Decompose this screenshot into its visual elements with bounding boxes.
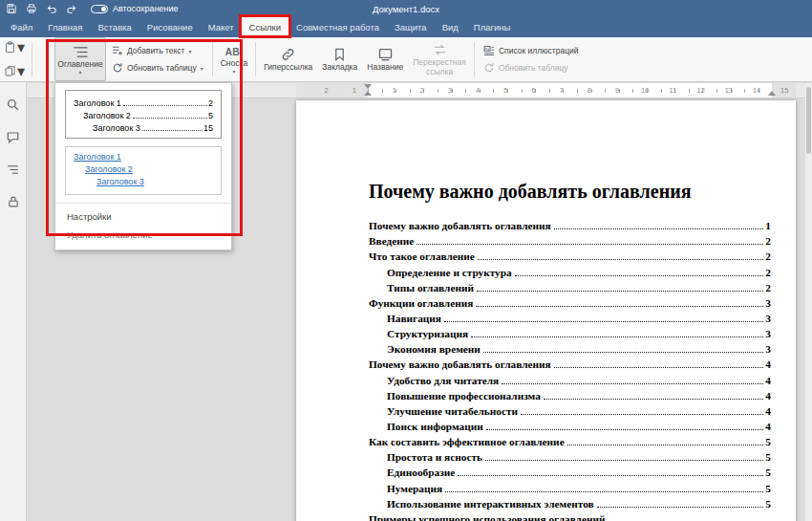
refresh-icon — [483, 62, 495, 74]
ribbon-tab[interactable]: Вид — [435, 17, 466, 37]
scrollbar-thumb[interactable] — [806, 87, 811, 154]
toc-preview-label: Заголовок 2 — [83, 111, 131, 120]
refresh-figures-table-button[interactable]: Обновить таблицу — [483, 62, 579, 74]
caret-down-icon: ▾ — [17, 38, 25, 56]
autosave-label: Автосохранение — [113, 4, 179, 13]
toc-entry[interactable]: Типы оглавлений 2 — [369, 278, 771, 293]
toc-entry[interactable]: Структуризация 3 — [369, 324, 771, 339]
vertical-scrollbar[interactable] — [805, 83, 812, 521]
toc-entry[interactable]: Почему важно добавлять оглавления 4 — [369, 355, 771, 370]
toc-preview-row: Заголовок 3 15 — [74, 120, 213, 133]
toc-entry[interactable]: Почему важно добавлять оглавления 1 — [369, 216, 771, 231]
toc-entry[interactable]: Удобство для читателя 4 — [369, 370, 771, 385]
toc-page-number: 3 — [765, 313, 771, 324]
bookmark-button[interactable]: Закладка — [317, 37, 362, 81]
refresh-table-label: Обновить таблицу — [127, 63, 197, 73]
toc-dot-leader — [483, 352, 763, 353]
ribbon-tab[interactable]: Вставка — [91, 17, 139, 37]
ribbon-tab[interactable]: Плагины — [466, 17, 519, 37]
ribbon-separator — [212, 42, 213, 76]
toc-entry[interactable]: Навигация 3 — [369, 309, 771, 324]
toc-dot-leader — [567, 445, 764, 445]
save-icon[interactable] — [6, 3, 17, 14]
ribbon-tab[interactable]: Главная — [40, 17, 90, 37]
toc-remove-item[interactable]: Удалить оглавление — [55, 226, 231, 244]
toc-preview-page: 2 — [208, 98, 213, 108]
toc-entry[interactable]: Единообразие 5 — [369, 463, 771, 478]
navigation-headings-icon[interactable] — [3, 159, 24, 180]
ribbon-tab[interactable]: Ссылки — [242, 17, 288, 37]
toc-style-option-classic[interactable]: Заголовок 1 2 Заголовок 2 5 Заголовок 3 … — [65, 90, 222, 139]
refresh-table-button[interactable]: Обновить таблицу ▾ — [112, 62, 203, 74]
toc-entry[interactable]: Примеры успешного использования оглавлен… — [369, 510, 771, 521]
hyperlink-button[interactable]: Гиперссылка — [259, 37, 317, 81]
search-icon[interactable] — [3, 94, 24, 115]
toc-style-option-links[interactable]: Заголовок 1 Заголовок 2 Заголовок 3 — [65, 146, 222, 195]
ribbon-tab[interactable]: Совместная работа — [288, 17, 387, 37]
left-indent-marker[interactable] — [364, 91, 372, 96]
toc-entry[interactable]: Поиск информации 4 — [369, 417, 771, 432]
toc-preview-dot-leader — [133, 118, 207, 119]
toc-entry[interactable]: Экономия времени 3 — [369, 339, 771, 355]
toc-entry[interactable]: Простота и ясность 5 — [369, 447, 771, 463]
ruler-number: 8 — [575, 85, 603, 96]
refresh-icon — [112, 62, 123, 74]
ribbon-separator — [32, 42, 32, 76]
toc-settings-item[interactable]: Настройки — [55, 207, 231, 226]
ribbon-tab-label: Главная — [48, 22, 82, 33]
toc-dot-leader — [458, 475, 763, 476]
caption-button[interactable]: Название — [362, 37, 408, 81]
toc-entry-text: Определение и структура — [387, 267, 512, 278]
cross-reference-icon — [432, 42, 448, 57]
ruler-number: 11 — [659, 85, 687, 96]
add-text-icon — [112, 45, 123, 56]
undo-icon[interactable] — [46, 3, 57, 14]
ribbon-tab[interactable]: Файл — [3, 17, 40, 37]
toc-entry[interactable]: Функции оглавления 3 — [369, 293, 771, 309]
cross-reference-button[interactable]: Перекрестнаяссылка — [408, 37, 471, 81]
toc-entry-text: Простота и ясность — [387, 451, 482, 463]
toc-entry[interactable]: Нумерация 5 — [369, 478, 771, 493]
toc-page-number: 4 — [765, 421, 771, 432]
toc-entry[interactable]: Улучшение читабельности 4 — [369, 402, 771, 417]
first-line-indent-marker[interactable] — [364, 84, 372, 89]
redo-icon[interactable] — [66, 3, 77, 14]
clipboard-group: ▾ ▾ — [0, 37, 29, 81]
dropdown-divider — [55, 203, 231, 204]
ribbon-tab[interactable]: Защита — [387, 17, 435, 37]
caret-down-icon: ▾ — [188, 48, 191, 54]
ribbon-tab[interactable]: Рисование — [139, 17, 201, 37]
toc-entry[interactable]: Что такое оглавление 2 — [369, 247, 771, 262]
ribbon-tab[interactable]: Макет — [201, 17, 242, 37]
toc-entry[interactable]: Определение и структура 2 — [369, 262, 771, 277]
footnote-icon: AB¹ — [225, 45, 244, 58]
ribbon-separator — [255, 42, 256, 76]
toc-entry[interactable]: Использование интерактивных элементов 5 — [369, 494, 771, 510]
copy-button[interactable]: ▾ — [4, 62, 25, 80]
toc-entry[interactable]: Как составить эффективное оглавление 5 — [369, 432, 771, 447]
toc-entry[interactable]: Введение 2 — [369, 231, 771, 247]
ruler-number: 12 — [687, 85, 715, 96]
list-of-figures-label: Список иллюстраций — [499, 46, 579, 55]
add-text-button[interactable]: Добавить текст ▾ — [112, 45, 203, 56]
paste-button[interactable]: ▾ — [4, 38, 25, 56]
toc-page-number: 2 — [765, 250, 771, 262]
application-window: Автосохранение Документ1.docx Файл Главн… — [0, 0, 812, 521]
protection-lock-icon[interactable] — [3, 191, 24, 212]
ruler-number: 9 — [604, 85, 631, 96]
toc-tools-group: Добавить текст ▾ Обновить таблицу ▾ — [106, 37, 209, 81]
toc-dot-leader — [485, 460, 763, 461]
footnote-button[interactable]: AB¹ Сноска ▾ — [216, 37, 252, 81]
print-icon[interactable] — [26, 3, 37, 14]
document-page[interactable]: Почему важно добавлять оглавления Почему… — [296, 100, 796, 521]
toc-dot-leader — [554, 367, 764, 368]
table-of-contents-button[interactable]: Оглавление ▴ — [54, 37, 106, 81]
comments-icon[interactable] — [3, 126, 24, 147]
toc-entry[interactable]: Повышение профессионализма 4 — [369, 386, 771, 402]
list-of-figures-button[interactable]: Список иллюстраций — [483, 45, 579, 56]
ruler-number: 14 — [742, 85, 770, 96]
autosave-toggle[interactable]: Автосохранение — [91, 4, 179, 13]
toc-entry-text: Структуризация — [387, 328, 468, 339]
right-indent-marker[interactable] — [768, 91, 776, 96]
caret-down-icon: ▾ — [17, 62, 25, 80]
